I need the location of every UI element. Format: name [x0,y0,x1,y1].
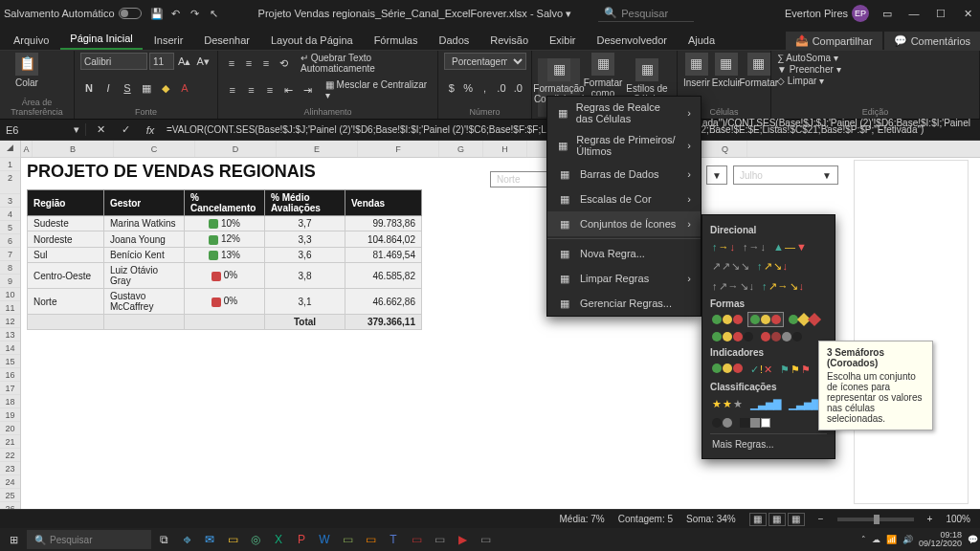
iconset-arrows-3-color[interactable]: ↑→↓ [710,239,737,254]
paste-button[interactable]: 📋Colar [6,53,48,88]
tray-wifi-icon[interactable]: 📶 [886,535,897,544]
view-normal-icon[interactable]: ▦ [749,513,767,526]
system-tray[interactable]: ˄ ☁ 📶 🔊 09:18 09/12/2020 💬 [861,531,978,548]
percent-icon[interactable]: % [460,79,475,97]
tab-revisao[interactable]: Revisão [480,31,538,50]
increase-decimal-icon[interactable]: .0 [494,79,508,97]
menu-color-scales[interactable]: ▦Escalas de Cor› [547,187,701,211]
iconset-symbols[interactable]: ✓!✕ [748,362,774,378]
format-cells-button[interactable]: ▦Formatar [743,53,775,88]
close-icon[interactable]: ✕ [959,5,976,22]
comments-button[interactable]: 💬 Comentários [884,32,980,50]
iconset-bars-5[interactable]: ▁▃▅▇ [787,396,821,412]
cancel-formula-icon[interactable]: ✕ [92,121,109,139]
menu-data-bars[interactable]: ▦Barras de Dados› [547,162,701,187]
align-middle-icon[interactable]: ≡ [241,55,256,72]
autosum-button[interactable]: ∑ AutoSoma ▾ [777,53,838,63]
tab-formulas[interactable]: Fórmulas [365,31,428,50]
taskbar-app[interactable]: ◎ [245,530,266,549]
undo-icon[interactable]: ↶ [168,6,184,21]
grow-font-icon[interactable]: A▴ [176,53,193,70]
menu-manage-rules[interactable]: ▦Gerenciar Regras... [547,291,701,316]
align-center-icon[interactable]: ≡ [243,81,260,99]
delete-cells-button[interactable]: ▦Excluir [712,53,741,88]
insert-cells-button[interactable]: ▦Inserir [683,53,710,88]
taskbar-app[interactable]: ▶ [452,530,473,549]
taskbar-app[interactable]: ✉ [199,530,220,549]
name-box[interactable]: E6▾ [0,123,86,136]
iconset-arrows-4-color[interactable]: ↑↗↘↓ [755,258,790,275]
menu-clear-rules[interactable]: ▦Limpar Regras› [547,266,701,291]
cursor-icon[interactable]: ↖ [207,6,222,21]
orientation-icon[interactable]: ⟲ [276,55,291,72]
italic-icon[interactable]: I [100,79,117,97]
tray-chevron-icon[interactable]: ˄ [861,535,866,544]
taskbar-app[interactable]: T [383,530,404,549]
iconset-stars[interactable]: ★★★ [710,396,745,412]
iconset-boxes[interactable] [738,416,772,430]
notifications-icon[interactable]: 💬 [968,535,978,544]
comma-icon[interactable]: , [478,79,492,97]
taskbar-app[interactable]: ⎆ [176,530,197,549]
clear-button[interactable]: ◇ Limpar ▾ [777,76,824,86]
view-break-icon[interactable]: ▦ [788,513,805,526]
more-rules-link[interactable]: Mais Regras... [710,436,827,452]
task-view-icon[interactable]: ⧉ [153,530,174,549]
taskbar-app[interactable]: ▭ [475,530,496,549]
month-selector[interactable]: Julho▼ [733,165,838,185]
indent-in-icon[interactable]: ⇥ [299,81,316,99]
tab-desenvolvedor[interactable]: Desenvolvedor [588,31,677,50]
underline-icon[interactable]: S [119,79,136,97]
selector-dropdown-1[interactable]: ▼ [706,165,727,185]
fill-color-icon[interactable]: ◆ [157,79,174,97]
share-button[interactable]: 📤 Compartilhar [786,32,882,50]
region-selector[interactable]: Norte [490,171,547,187]
taskbar-app[interactable]: ▭ [406,530,427,549]
iconset-arrows-5-color[interactable]: ↑↗→↘↓ [760,278,806,295]
font-size-select[interactable] [149,53,174,70]
select-all-corner[interactable]: ◢ [0,141,20,158]
redo-icon[interactable]: ↷ [188,6,203,21]
taskbar-app[interactable]: X [268,530,289,549]
zoom-in-icon[interactable]: + [927,514,933,524]
iconset-arrows-3-gray[interactable]: ↑→↓ [741,239,768,254]
taskbar-search[interactable]: 🔍 Pesquisar [27,530,151,549]
zoom-slider[interactable] [837,518,914,521]
accept-formula-icon[interactable]: ✓ [117,121,134,139]
search-box[interactable]: 🔍 Pesquisar [598,5,694,22]
merge-button[interactable]: ▦ Mesclar e Centralizar ▾ [325,79,432,100]
tab-ajuda[interactable]: Ajuda [679,31,724,50]
iconset-flags[interactable]: ⚑⚑⚑ [778,362,813,378]
iconset-symbols-circled[interactable] [710,362,745,378]
taskbar-app[interactable]: ▭ [360,530,381,549]
currency-icon[interactable]: $ [444,79,458,97]
taskbar-app[interactable]: ▭ [429,530,450,549]
tab-desenhar[interactable]: Desenhar [194,31,259,50]
zoom-out-icon[interactable]: − [818,514,824,524]
zoom-level[interactable]: 100% [946,514,970,524]
iconset-redblack[interactable] [759,330,804,343]
align-right-icon[interactable]: ≡ [261,81,278,99]
wrap-text-button[interactable]: ↵ Quebrar Texto Automaticamente [301,53,432,74]
menu-new-rule[interactable]: ▦Nova Regra... [547,241,701,266]
align-left-icon[interactable]: ≡ [224,81,241,99]
taskbar-app[interactable]: W [314,530,335,549]
tab-pagina-inicial[interactable]: Página Inicial [60,29,142,50]
save-icon[interactable]: 💾 [149,6,165,21]
iconset-quarters[interactable] [710,416,734,430]
autosave-toggle[interactable]: Salvamento Automático [4,8,142,19]
taskbar-app[interactable]: P [291,530,312,549]
iconset-triangles[interactable]: ▲—▼ [771,239,809,254]
shrink-font-icon[interactable]: A▾ [195,53,212,70]
tab-arquivo[interactable]: Arquivo [4,31,58,50]
bold-icon[interactable]: N [80,79,98,97]
taskbar-app[interactable]: ▭ [337,530,358,549]
menu-icon-sets[interactable]: ▦Conjuntos de Ícones› [547,211,701,236]
tray-cloud-icon[interactable]: ☁ [872,535,880,544]
iconset-traffic-3[interactable] [710,313,745,326]
font-color-icon[interactable]: A [176,79,193,97]
minimize-icon[interactable]: — [905,5,923,22]
tab-inserir[interactable]: Inserir [145,31,193,50]
taskbar-clock[interactable]: 09:18 09/12/2020 [919,531,962,548]
number-format-select[interactable]: Porcentagem [444,53,526,70]
